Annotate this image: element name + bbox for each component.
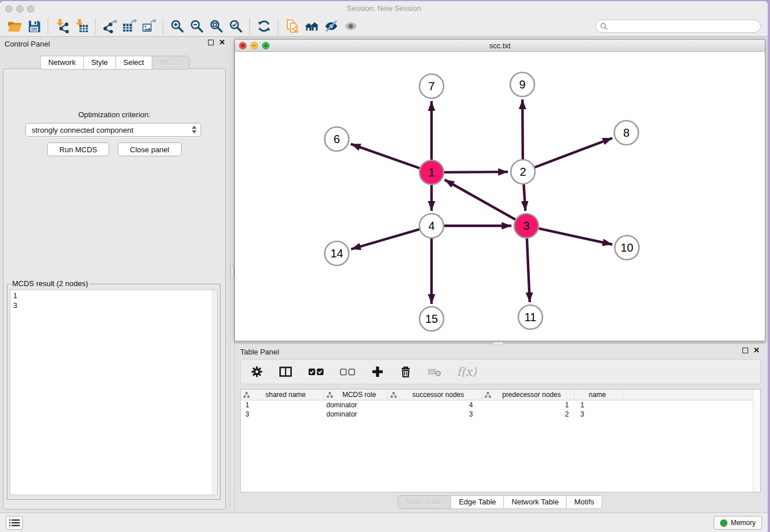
table-row[interactable]: 3dominator323 xyxy=(241,410,760,419)
graph-edge-1-6[interactable] xyxy=(351,144,420,168)
graph-node-4[interactable]: 4 xyxy=(419,214,444,238)
toolbar-separator xyxy=(163,18,163,34)
float-table-panel-icon[interactable] xyxy=(742,348,748,353)
zoom-out-icon[interactable] xyxy=(187,18,206,35)
cell-mcds-role[interactable]: dominator xyxy=(324,401,388,409)
graph-node-14[interactable]: 14 xyxy=(325,241,349,265)
function-builder-icon[interactable]: f(x) xyxy=(457,365,476,379)
network-canvas[interactable]: 7968124314101511 xyxy=(235,52,765,341)
result-scrollbar[interactable] xyxy=(212,290,217,495)
graph-node-9[interactable]: 9 xyxy=(510,72,534,97)
export-image-icon[interactable] xyxy=(139,18,159,35)
split-table-view-icon[interactable] xyxy=(279,365,292,378)
graph-node-1[interactable]: 1 xyxy=(419,160,444,184)
graph-edge-1-2[interactable] xyxy=(444,172,508,172)
graph-node-15[interactable]: 15 xyxy=(419,307,444,331)
criterion-dropdown[interactable]: strongly connected component xyxy=(25,123,201,137)
cell-name[interactable]: 1 xyxy=(575,401,623,409)
add-row-icon[interactable] xyxy=(371,365,384,378)
import-network-icon[interactable] xyxy=(52,18,72,35)
titlebar: Session: New Session xyxy=(0,1,768,16)
node-table-header: shared nameMCDS rolesuccessor nodesprede… xyxy=(241,390,760,400)
tab-mcds[interactable]: MCDS xyxy=(152,56,190,70)
cell-name[interactable]: 3 xyxy=(575,410,623,418)
graph-edge-3-10[interactable] xyxy=(538,229,612,245)
first-neighbors-icon[interactable] xyxy=(302,18,321,35)
application-window: Session: New Session xyxy=(0,1,768,532)
cell-mcds-role[interactable]: dominator xyxy=(324,410,388,418)
graph-node-2[interactable]: 2 xyxy=(511,160,535,184)
zoom-selected-icon[interactable] xyxy=(226,18,245,35)
node-table: shared nameMCDS rolesuccessor nodesprede… xyxy=(240,389,761,492)
cell-successor-nodes[interactable]: 3 xyxy=(388,410,482,418)
tab-motifs[interactable]: Motifs xyxy=(567,495,602,509)
column-header-successor-nodes[interactable]: successor nodes xyxy=(388,390,482,400)
horizontal-splitter-handle[interactable] xyxy=(493,342,503,345)
graph-edge-2-8[interactable] xyxy=(535,138,613,167)
close-table-panel-icon[interactable]: ✕ xyxy=(753,347,760,354)
graph-node-7[interactable]: 7 xyxy=(419,74,444,98)
node-table-body: 1dominator4113dominator323 xyxy=(241,400,760,419)
save-session-icon[interactable] xyxy=(24,18,44,35)
column-header-mcds-role[interactable]: MCDS role xyxy=(324,390,388,400)
tab-style[interactable]: Style xyxy=(84,56,116,70)
mcds-result-text: 1 3 xyxy=(10,290,217,312)
graph-edge-2-3[interactable] xyxy=(523,184,525,211)
svg-text:8: 8 xyxy=(623,126,629,139)
tab-select[interactable]: Select xyxy=(116,56,152,70)
show-all-icon[interactable] xyxy=(341,18,360,35)
toolbar-separator xyxy=(48,18,48,34)
open-session-icon[interactable] xyxy=(5,18,24,35)
tab-edge-table[interactable]: Edge Table xyxy=(451,495,504,509)
graph-node-11[interactable]: 11 xyxy=(518,305,542,329)
search-input[interactable] xyxy=(608,21,760,32)
graph-node-8[interactable]: 8 xyxy=(614,121,638,145)
table-row[interactable]: 1dominator411 xyxy=(241,400,760,410)
graph-edge-4-14[interactable] xyxy=(351,229,419,249)
delete-row-icon[interactable] xyxy=(399,365,412,378)
delete-table-icon[interactable] xyxy=(428,365,441,378)
task-history-button[interactable] xyxy=(6,516,23,530)
export-network-icon[interactable] xyxy=(100,18,120,35)
run-mcds-button[interactable]: Run MCDS xyxy=(47,142,109,156)
close-panel-icon[interactable]: ✕ xyxy=(219,39,225,46)
table-settings-icon[interactable] xyxy=(251,365,263,378)
column-type-icon xyxy=(390,392,397,398)
graph-node-3[interactable]: 3 xyxy=(514,214,538,238)
graph-node-6[interactable]: 6 xyxy=(325,127,349,151)
tab-network-table[interactable]: Network Table xyxy=(504,495,567,509)
panel-splitter[interactable] xyxy=(230,37,234,512)
apply-layout-icon[interactable] xyxy=(254,18,274,35)
graph-edge-2-9[interactable] xyxy=(522,99,523,159)
column-type-icon xyxy=(243,392,250,398)
new-network-from-selection-icon[interactable] xyxy=(282,18,302,35)
zoom-fit-icon[interactable] xyxy=(206,18,226,35)
search-field[interactable] xyxy=(595,20,761,33)
column-header-name[interactable]: name xyxy=(575,390,623,400)
control-panel-title: Control Panel xyxy=(5,40,50,48)
tab-node-table[interactable]: Node Table xyxy=(398,495,452,509)
graph-node-10[interactable]: 10 xyxy=(615,236,639,260)
cell-predecessor-nodes[interactable]: 2 xyxy=(482,410,575,418)
import-table-icon[interactable] xyxy=(72,18,91,35)
column-type-icon xyxy=(484,392,491,398)
splitter-handle[interactable] xyxy=(230,265,234,278)
cell-shared-name[interactable]: 3 xyxy=(241,410,324,418)
cell-successor-nodes[interactable]: 4 xyxy=(388,401,482,409)
column-header-predecessor-nodes[interactable]: predecessor nodes xyxy=(482,390,575,400)
close-panel-button[interactable]: Close panel xyxy=(118,142,182,156)
table-scrollbar[interactable] xyxy=(753,390,760,492)
float-panel-icon[interactable] xyxy=(208,40,214,45)
tab-network[interactable]: Network xyxy=(40,56,84,70)
zoom-in-icon[interactable] xyxy=(167,18,187,35)
select-all-icon[interactable] xyxy=(308,368,324,376)
graph-edge-3-1[interactable] xyxy=(445,180,515,219)
deselect-all-icon[interactable] xyxy=(340,368,356,376)
export-table-icon[interactable] xyxy=(120,18,139,35)
column-header-shared-name[interactable]: shared name xyxy=(241,390,324,400)
hide-selected-icon[interactable] xyxy=(321,18,341,35)
memory-button[interactable]: Memory xyxy=(714,516,762,530)
cell-predecessor-nodes[interactable]: 1 xyxy=(482,401,575,409)
graph-edge-3-11[interactable] xyxy=(527,238,530,302)
cell-shared-name[interactable]: 1 xyxy=(241,401,324,409)
